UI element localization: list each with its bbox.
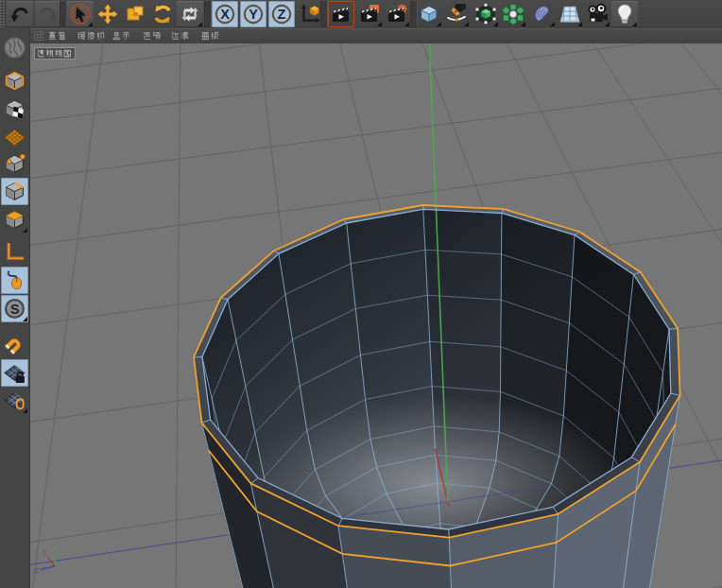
texture-mode-tool[interactable] [1, 124, 28, 151]
enable-axis-tool[interactable] [1, 238, 28, 266]
toolbar-grip[interactable] [0, 1, 6, 27]
texture-mode-icon [3, 126, 26, 149]
model-mode-tool[interactable] [1, 95, 28, 123]
move-icon [96, 3, 119, 26]
scale-tool[interactable] [122, 1, 148, 27]
lock-z-axis-button[interactable]: Z [268, 1, 295, 27]
menu-display[interactable] [112, 31, 131, 42]
dropdown-corner-icon [577, 22, 582, 26]
render-view-icon [330, 3, 352, 26]
dropdown-corner-icon [404, 22, 409, 26]
last-used-tool[interactable] [177, 1, 203, 27]
globe-icon [3, 36, 26, 60]
render-view-button[interactable] [328, 1, 354, 27]
dropdown-corner-icon [550, 22, 555, 26]
point-mode-icon [3, 152, 26, 176]
svg-text:Z: Z [278, 7, 286, 22]
scale-icon [124, 3, 146, 26]
light-object-button[interactable] [611, 1, 638, 27]
workplane-lock-icon [3, 361, 26, 385]
live-selection-tool[interactable] [67, 1, 94, 27]
dropdown-corner-icon [23, 317, 27, 321]
workplane-tool[interactable] [1, 387, 28, 414]
lock-x-axis-button[interactable]: X [212, 1, 238, 27]
array-generator-button[interactable] [500, 1, 526, 27]
add-cube-button[interactable] [416, 1, 442, 27]
undo-view-tool[interactable] [1, 34, 28, 61]
svg-text:Y: Y [249, 7, 258, 22]
redo-button[interactable] [35, 1, 61, 27]
axis-z-icon: Z [270, 3, 293, 26]
menubar-grip[interactable] [34, 31, 43, 41]
toolbar-separator [410, 1, 418, 27]
deformer-button[interactable] [529, 1, 556, 27]
magnet-tool[interactable] [1, 331, 28, 358]
menu-view[interactable] [48, 31, 67, 42]
polygons-mode-tool[interactable] [1, 206, 28, 233]
dropdown-corner-icon [521, 22, 525, 26]
model-mode-icon [3, 97, 26, 121]
svg-text:Y: Y [54, 545, 59, 552]
snap-tool[interactable] [1, 295, 28, 322]
coordinate-system-button[interactable] [297, 1, 323, 27]
workplane-lock-tool[interactable] [1, 359, 28, 387]
mouse-icon [3, 268, 26, 292]
dropdown-corner-icon [464, 22, 469, 26]
render-picture-viewer-button[interactable] [356, 1, 383, 27]
make-editable-icon [3, 69, 26, 93]
floor-object-button[interactable] [557, 1, 583, 27]
scene-canvas: YXZ [30, 43, 722, 588]
dropdown-corner-icon [493, 22, 498, 26]
dropdown-corner-icon [377, 22, 382, 26]
viewport-solo-tool[interactable] [1, 267, 28, 294]
toolbar-separator [60, 1, 67, 27]
undo-button[interactable] [7, 1, 33, 27]
top-toolbar: XYZ [0, 0, 722, 28]
dropdown-corner-icon [632, 22, 637, 26]
make-editable-tool[interactable] [1, 67, 28, 95]
undo-icon [9, 3, 31, 26]
axis-l-icon [3, 240, 26, 264]
menu-panel[interactable] [201, 31, 220, 42]
rotate-icon [151, 3, 174, 26]
viewport-name-label[interactable] [34, 47, 76, 60]
move-tool[interactable] [95, 1, 121, 27]
axis-y-icon: Y [242, 3, 265, 26]
coordsys-icon [299, 3, 321, 26]
toolbar-separator [204, 1, 212, 27]
edges-mode-tool[interactable] [1, 178, 28, 205]
svg-text:X: X [43, 549, 47, 556]
camera-object-button[interactable] [584, 1, 610, 27]
dropdown-corner-icon [437, 22, 441, 26]
edge-mode-icon [3, 180, 26, 203]
points-mode-tool[interactable] [1, 150, 28, 178]
menu-filter[interactable] [171, 31, 190, 42]
application-window: XYZ YXZ [0, 0, 722, 588]
dropdown-corner-icon [198, 22, 202, 26]
redo-icon [37, 3, 60, 26]
magnet-icon [3, 333, 26, 356]
menu-cameras[interactable] [77, 31, 106, 42]
viewport-3d[interactable]: YXZ [30, 43, 722, 588]
menu-options[interactable] [143, 31, 162, 42]
subdivision-surface-button[interactable] [473, 1, 499, 27]
viewport-menubar [30, 28, 722, 43]
dropdown-corner-icon [23, 408, 27, 413]
svg-text:X: X [220, 7, 230, 22]
left-toolbar [0, 28, 30, 588]
svg-text:Z: Z [35, 567, 40, 574]
dropdown-corner-icon [605, 22, 610, 26]
rotate-tool[interactable] [149, 1, 176, 27]
axis-x-icon: X [214, 3, 236, 26]
pen-spline-button[interactable] [443, 1, 470, 27]
dropdown-corner-icon [23, 228, 27, 233]
dropdown-corner-icon [88, 22, 93, 26]
toolbar-separator [320, 1, 328, 27]
render-settings-button[interactable] [384, 1, 410, 27]
lock-y-axis-button[interactable]: Y [240, 1, 266, 27]
